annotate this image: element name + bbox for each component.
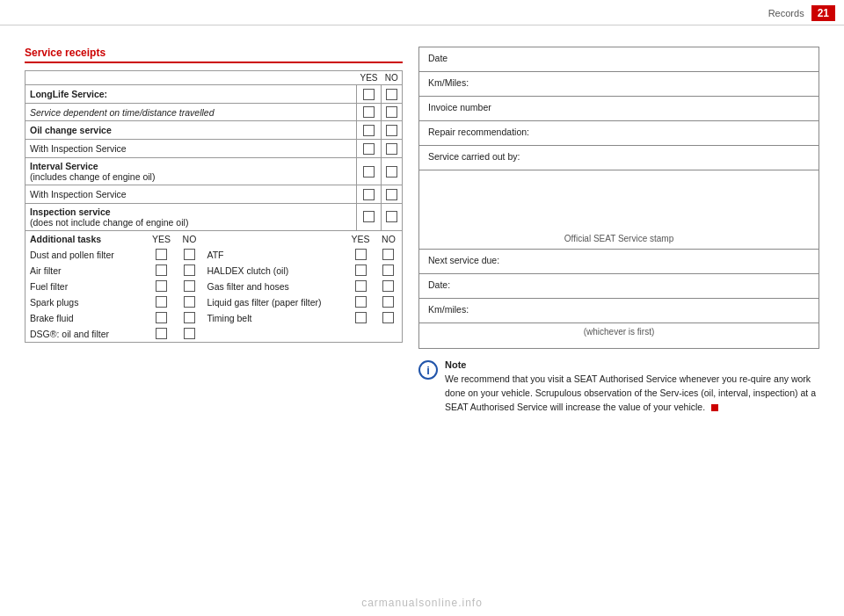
addl-right-no-check[interactable] — [375, 263, 402, 279]
table-header-row: YES NO — [25, 71, 403, 85]
checkbox-no[interactable] — [386, 89, 397, 100]
row-label: Service dependent on time/distance trave… — [25, 103, 357, 121]
checkbox-no[interactable] — [382, 296, 394, 308]
addl-yes-check[interactable] — [147, 279, 177, 294]
addl-no-check[interactable] — [176, 326, 202, 342]
addl-right-item: ATF — [202, 247, 346, 263]
row-label: Interval Service(includes change of engi… — [25, 157, 357, 185]
checkbox-yes[interactable] — [156, 296, 167, 308]
addl-right-yes-check[interactable] — [346, 294, 375, 310]
addl-yes-check[interactable] — [147, 263, 177, 279]
checkbox-yes[interactable] — [363, 125, 375, 136]
checkbox-yes[interactable] — [355, 249, 367, 260]
km-miles-label: Km/Miles: — [428, 77, 469, 88]
no-checkbox[interactable] — [382, 140, 403, 158]
no-checkbox[interactable] — [382, 103, 403, 121]
checkbox-yes[interactable] — [355, 312, 367, 323]
checkbox-no[interactable] — [184, 249, 195, 260]
addl-yes-label: YES — [147, 231, 177, 247]
checkbox-yes[interactable] — [156, 265, 167, 276]
checkbox-no[interactable] — [184, 312, 195, 323]
yes-checkbox[interactable] — [356, 85, 381, 104]
checkbox-yes[interactable] — [363, 106, 375, 118]
checkbox-no[interactable] — [386, 143, 397, 155]
checkbox-yes[interactable] — [156, 280, 167, 292]
service-table: YES NO LongLife Service: Service depende… — [25, 70, 403, 343]
addl-right-no-check[interactable] — [375, 247, 402, 263]
left-column: Service receipts YES NO LongLife Service… — [25, 47, 403, 414]
checkbox-no[interactable] — [382, 249, 394, 260]
addl-yes-check[interactable] — [147, 326, 177, 342]
checkbox-yes[interactable] — [363, 166, 375, 178]
checkbox-yes[interactable] — [363, 189, 375, 200]
addl-right-yes-check[interactable] — [346, 263, 375, 279]
checkbox-yes[interactable] — [156, 328, 167, 339]
addl-right-yes-check[interactable] — [346, 279, 375, 294]
addl-no-check[interactable] — [176, 279, 202, 294]
no-checkbox[interactable] — [382, 203, 403, 230]
yes-checkbox[interactable] — [356, 140, 381, 158]
addl-right-yes-check[interactable] — [346, 247, 375, 263]
checkbox-yes[interactable] — [156, 312, 167, 323]
yes-checkbox[interactable] — [356, 103, 381, 121]
row-label-sub: (includes change of engine oil) — [30, 171, 155, 182]
addl-no-check[interactable] — [176, 247, 202, 263]
right-column: Date Km/Miles: Invoice number Repair rec… — [418, 47, 819, 414]
checkbox-yes[interactable] — [156, 249, 167, 260]
no-checkbox[interactable] — [382, 121, 403, 140]
main-content: Service receipts YES NO LongLife Service… — [0, 25, 844, 423]
checkbox-yes[interactable] — [363, 89, 375, 100]
addl-right-item: Timing belt — [202, 310, 346, 326]
checkbox-no[interactable] — [382, 280, 394, 292]
addl-right-yes-empty — [346, 326, 375, 342]
checkbox-no[interactable] — [386, 166, 397, 178]
addl-right-no-check[interactable] — [375, 279, 402, 294]
checkbox-yes[interactable] — [355, 280, 367, 292]
repair-row: Repair recommendation: — [419, 121, 819, 146]
row-label: Oil change service — [25, 121, 357, 140]
checkbox-no[interactable] — [184, 280, 195, 292]
addl-right-no-empty — [375, 326, 402, 342]
addl-no-check[interactable] — [176, 294, 202, 310]
yes-checkbox[interactable] — [356, 157, 381, 185]
no-checkbox[interactable] — [382, 185, 403, 203]
checkbox-no[interactable] — [386, 211, 397, 222]
addl-left-item: Air filter — [25, 263, 147, 279]
addl-no-check[interactable] — [176, 310, 202, 326]
checkbox-no[interactable] — [386, 106, 397, 118]
addl-header-row: Additional tasks YES NO YES NO — [25, 231, 402, 247]
addl-yes-check[interactable] — [147, 247, 177, 263]
row-label-main: Inspection service — [30, 207, 111, 217]
next-service-label: Next service due: — [428, 255, 499, 265]
checkbox-no[interactable] — [382, 312, 394, 323]
row-label: Inspection service(does not include chan… — [25, 203, 357, 230]
addl-right-item: Liquid gas filter (paper filter) — [202, 294, 346, 310]
yes-checkbox[interactable] — [356, 185, 381, 203]
row-label: With Inspection Service — [25, 185, 357, 203]
note-section: i Note We recommend that you visit a SEA… — [418, 359, 819, 414]
yes-checkbox[interactable] — [356, 121, 381, 140]
addl-right-no-check[interactable] — [375, 310, 402, 326]
checkbox-yes[interactable] — [355, 265, 367, 276]
checkbox-no[interactable] — [184, 265, 195, 276]
no-checkbox[interactable] — [382, 85, 403, 104]
note-title: Note — [445, 359, 819, 370]
checkbox-yes[interactable] — [363, 211, 375, 222]
addl-yes-check[interactable] — [147, 294, 177, 310]
checkbox-no[interactable] — [386, 125, 397, 136]
whichever-row: (whichever is first) — [419, 323, 819, 348]
checkbox-no[interactable] — [382, 265, 394, 276]
addl-right-yes-check[interactable] — [346, 310, 375, 326]
invoice-row: Invoice number — [419, 97, 819, 121]
additional-tasks-header-row: Additional tasks YES NO YES NO Dust and — [25, 230, 403, 342]
checkbox-yes[interactable] — [355, 296, 367, 308]
addl-right-no-check[interactable] — [375, 294, 402, 310]
addl-yes-check[interactable] — [147, 310, 177, 326]
checkbox-yes[interactable] — [363, 143, 375, 155]
checkbox-no[interactable] — [184, 328, 195, 339]
no-checkbox[interactable] — [382, 157, 403, 185]
addl-no-check[interactable] — [176, 263, 202, 279]
yes-checkbox[interactable] — [356, 203, 381, 230]
checkbox-no[interactable] — [184, 296, 195, 308]
checkbox-no[interactable] — [386, 189, 397, 200]
